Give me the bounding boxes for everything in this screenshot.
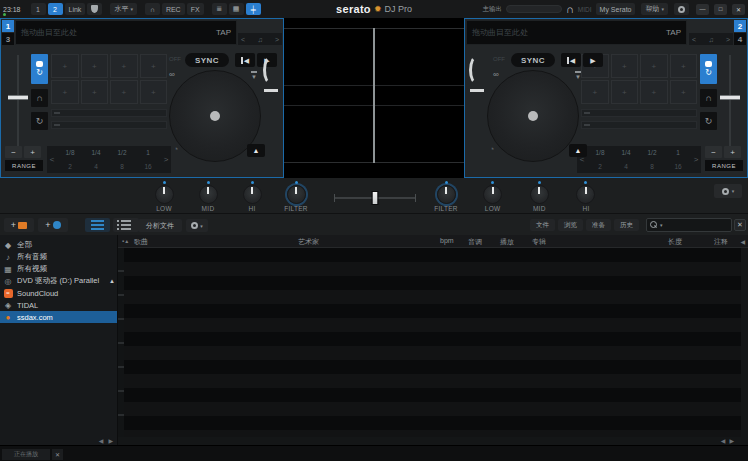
practice-mode-icon[interactable]: ∩	[566, 4, 574, 15]
pad-7[interactable]: +	[110, 80, 138, 104]
pad-3[interactable]: +	[110, 54, 138, 78]
sidebar-item-all-audio[interactable]: ♪ 所有音频	[0, 251, 117, 263]
add-crate-button[interactable]: +	[4, 218, 34, 232]
sync-off-button[interactable]: OFF	[169, 56, 181, 62]
headphone-monitor-button[interactable]: ∩	[700, 89, 717, 107]
sidebar-item-soundcloud[interactable]: ≈ SoundCloud	[0, 287, 117, 299]
range-minus-button[interactable]: −	[705, 146, 722, 158]
library-view-toggle[interactable]	[85, 218, 110, 232]
midi-label[interactable]: MIDI	[578, 6, 592, 13]
analyze-files-button[interactable]: 分析文件	[138, 219, 182, 232]
loop-size[interactable]: 16	[665, 160, 691, 174]
close-button[interactable]: ✕	[732, 4, 745, 15]
pad-1[interactable]: +	[51, 54, 79, 78]
column-bpm[interactable]: bpm	[440, 237, 454, 244]
crossfader[interactable]	[334, 190, 416, 206]
deck-4-tab[interactable]: 4	[734, 33, 746, 45]
loop-size[interactable]: 8	[109, 160, 135, 174]
deck-count-1-button[interactable]: 1	[31, 3, 46, 15]
browse-panel-button[interactable]: 浏览	[558, 219, 583, 231]
sidebar-item-tidal[interactable]: ◈ TIDAL	[0, 299, 117, 311]
pad-7[interactable]: +	[640, 80, 668, 104]
cue-button[interactable]: ◀	[235, 53, 255, 67]
key-down-button[interactable]: <	[692, 36, 696, 43]
settings-button[interactable]	[674, 3, 689, 15]
search-box[interactable]: ▾	[646, 218, 732, 232]
range-plus-button[interactable]: +	[24, 146, 41, 158]
low-knob[interactable]	[155, 185, 174, 204]
loop-mode-button[interactable]: ↻	[700, 112, 717, 130]
keylock-link-icon[interactable]: ∞	[493, 71, 499, 79]
roller-panel-button[interactable]: ≣	[212, 3, 227, 15]
headphone-monitor-button[interactable]: ∩	[31, 89, 48, 107]
loop-size[interactable]: 2	[57, 160, 83, 174]
scroll-left-icon[interactable]: ◀	[721, 438, 726, 444]
status-tab-close-button[interactable]: ✕	[52, 449, 63, 460]
column-scroll-left-icon[interactable]: ◀	[740, 238, 745, 245]
pad-5[interactable]: +	[51, 80, 79, 104]
track-list-empty[interactable]	[124, 248, 741, 437]
scroll-right-icon[interactable]: ▶	[108, 437, 113, 444]
deck-1-tab[interactable]: 1	[2, 20, 14, 32]
library-settings-dropdown[interactable]: ▾	[186, 219, 208, 232]
playback-time-icon[interactable]: ◔	[173, 145, 178, 154]
tempo-slider-handle[interactable]	[470, 89, 484, 92]
eject-button[interactable]: ▲	[247, 144, 265, 157]
cue-button[interactable]: ◀	[561, 53, 581, 67]
pad-4[interactable]: +	[140, 54, 168, 78]
deck-count-2-button[interactable]: 2	[48, 3, 63, 15]
rec-button[interactable]: REC	[162, 3, 185, 15]
column-length[interactable]: 长度	[668, 237, 682, 247]
my-serato-button[interactable]: My Serato	[596, 3, 636, 15]
channel-volume-fader[interactable]	[7, 53, 29, 157]
hotcue-mode-button[interactable]: ↻	[31, 54, 48, 84]
pad-5[interactable]: +	[581, 80, 609, 104]
loop-size[interactable]: 1/2	[109, 146, 135, 160]
column-artist[interactable]: 艺术家	[298, 237, 319, 247]
eject-icon[interactable]: ▲	[109, 278, 115, 284]
tempo-slider-handle[interactable]	[264, 89, 278, 92]
sidebar-item-all[interactable]: ◆ 全部	[0, 239, 117, 251]
loop-size[interactable]: 1/4	[83, 146, 109, 160]
pad-3[interactable]: +	[640, 54, 668, 78]
jog-wheel[interactable]	[487, 70, 579, 162]
funnel-icon[interactable]: ▼	[575, 71, 581, 80]
eject-button[interactable]: ▲	[569, 144, 587, 157]
fader-handle[interactable]	[8, 95, 28, 100]
loop-size[interactable]: 4	[83, 160, 109, 174]
sync-button[interactable]: SYNC	[511, 53, 555, 67]
pad-8[interactable]: +	[140, 80, 168, 104]
library-horizontal-scrollbar[interactable]: ◀ ▶	[118, 437, 748, 445]
keylock-link-icon[interactable]: ∞	[169, 71, 175, 79]
history-panel-button[interactable]: 历史	[614, 219, 639, 231]
crossfader-handle[interactable]	[372, 191, 379, 205]
play-button[interactable]: ▶	[583, 53, 603, 67]
low-knob[interactable]	[483, 185, 502, 204]
fader-handle[interactable]	[720, 95, 740, 100]
mid-knob[interactable]	[530, 185, 549, 204]
scroll-right-icon[interactable]: ▶	[729, 438, 734, 444]
sidebar-item-ssdax[interactable]: ● ssdax.com	[0, 311, 117, 323]
pad-6[interactable]: +	[611, 80, 639, 104]
waveform-display[interactable]	[284, 18, 464, 178]
column-plays[interactable]: 播放	[500, 237, 514, 247]
hotcue-mode-button[interactable]: ↻	[700, 54, 717, 84]
mixer-settings-dropdown[interactable]: ▾	[714, 184, 742, 198]
pad-2[interactable]: +	[611, 54, 639, 78]
loop-double-button[interactable]: >	[691, 146, 701, 173]
track-status-column-icon[interactable]: ▪▴	[122, 237, 129, 244]
sidebar-item-all-video[interactable]: ▦ 所有视频	[0, 263, 117, 275]
fx-button[interactable]: FX	[187, 3, 204, 15]
loop-size[interactable]: 1/2	[639, 146, 665, 160]
tap-tempo-button[interactable]: TAP	[216, 28, 231, 37]
link-button[interactable]: Link	[65, 3, 86, 15]
funnel-icon[interactable]: ▼	[251, 71, 257, 80]
loop-slot[interactable]	[581, 121, 697, 129]
tempo-slider-arc[interactable]	[469, 55, 485, 85]
maximize-button[interactable]: □	[714, 4, 727, 15]
display-mode-dropdown[interactable]: 水平 ▾	[110, 3, 137, 15]
sync-button[interactable]: SYNC	[185, 53, 229, 67]
library-right-scrollbar[interactable]	[741, 248, 748, 437]
status-tab[interactable]: 正在播放	[2, 449, 50, 460]
key-up-button[interactable]: >	[275, 36, 279, 43]
